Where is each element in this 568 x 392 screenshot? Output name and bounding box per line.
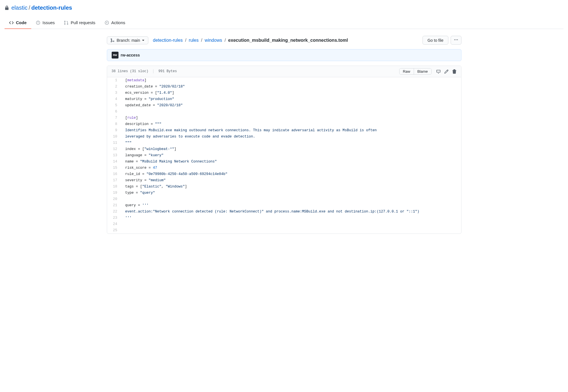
line-number[interactable]: 6 [107,109,121,115]
code-line: 10leveraged by adversaries to execute co… [107,134,461,140]
line-number[interactable]: 25 [107,227,121,233]
line-number[interactable]: 3 [107,90,121,96]
line-content: leveraged by adversaries to execute code… [121,134,461,140]
issue-icon [36,20,40,25]
line-number[interactable]: 2 [107,84,121,90]
code-line: 7[rule] [107,115,461,121]
line-number[interactable]: 17 [107,177,121,184]
line-content: ''' [121,215,461,221]
line-content: name = "MsBuild Making Network Connectio… [121,159,461,165]
line-number[interactable]: 13 [107,152,121,159]
line-content: index = ["winlogbeat-*"] [121,146,461,152]
line-content: maturity = "production" [121,96,461,102]
breadcrumb: detection-rules / rules / windows / exec… [153,38,348,43]
line-number[interactable]: 5 [107,102,121,109]
code-line: 24 [107,221,461,227]
code-line: 6 [107,109,461,115]
breadcrumb-2[interactable]: windows [205,38,222,43]
line-number[interactable]: 24 [107,221,121,227]
repo-name-link[interactable]: detection-rules [31,5,72,11]
tab-code[interactable]: Code [5,18,31,29]
lock-icon [5,6,9,10]
raw-blame-group: Raw Blame [399,68,432,75]
line-number[interactable]: 15 [107,165,121,171]
code-line: 21query = ''' [107,202,461,208]
blame-button[interactable]: Blame [414,68,431,74]
line-number[interactable]: 4 [107,96,121,102]
line-number[interactable]: 11 [107,140,121,146]
branch-select-button[interactable]: Branch: main [107,36,149,44]
tab-actions[interactable]: Actions [100,18,130,29]
repo-owner-link[interactable]: elastic [11,5,28,11]
line-content: query = ''' [121,202,461,208]
raw-button[interactable]: Raw [400,68,414,74]
file-box: 38 lines (31 sloc) 991 Bytes Raw Blame 1… [107,66,461,234]
line-number[interactable]: 1 [107,77,121,84]
git-pull-icon [64,20,68,25]
latest-commit-box: RW rw-access [107,49,461,61]
file-info: 38 lines (31 sloc) 991 Bytes [112,69,177,73]
line-number[interactable]: 7 [107,115,121,121]
repo-title: elastic / detection-rules [5,5,563,11]
code-line: 3ecs_version = ["1.4.0"] [107,90,461,96]
line-content: [metadata] [121,77,461,84]
caret-down-icon [142,39,145,42]
branch-label: Branch: main [117,38,140,43]
line-number[interactable]: 14 [107,159,121,165]
tab-pulls[interactable]: Pull requests [59,18,100,29]
line-content: Identifies MsBuild.exe making outbound n… [121,127,461,134]
desktop-icon[interactable] [436,69,441,74]
line-number[interactable]: 10 [107,134,121,140]
repo-sep: / [29,5,30,11]
tab-actions-label: Actions [111,20,125,25]
trash-icon[interactable] [452,69,457,74]
line-content: updated_date = "2020/02/18" [121,102,461,109]
line-content [121,221,461,227]
line-content [121,227,461,233]
line-content: rule_id = "0e79980b-4250-4a50-a509-69294… [121,171,461,177]
svg-point-0 [454,39,455,40]
goto-file-button[interactable]: Go to file [423,36,448,45]
line-content [121,196,461,202]
code-line: 23''' [107,215,461,221]
code-line: 15risk_score = 47 [107,165,461,171]
line-content: language = "kuery" [121,152,461,159]
line-content: """ [121,140,461,146]
file-lines: 38 lines (31 sloc) [112,70,149,74]
breadcrumb-1[interactable]: rules [189,38,199,43]
svg-point-1 [455,39,456,40]
line-number[interactable]: 20 [107,196,121,202]
code-line: 25 [107,227,461,233]
avatar[interactable]: RW [112,52,118,59]
line-number[interactable]: 23 [107,215,121,221]
tab-code-label: Code [16,20,27,25]
code-line: 14name = "MsBuild Making Network Connect… [107,159,461,165]
code-line: 22event.action:"Network connection detec… [107,208,461,215]
line-content: ecs_version = ["1.4.0"] [121,90,461,96]
line-number[interactable]: 9 [107,127,121,134]
line-number[interactable]: 8 [107,121,121,127]
code-line: 8description = """ [107,121,461,127]
code-line: 17severity = "medium" [107,177,461,184]
more-options-button[interactable] [451,36,461,45]
line-number[interactable]: 12 [107,146,121,152]
line-content: severity = "medium" [121,177,461,184]
tab-issues[interactable]: Issues [31,18,59,29]
line-content: tags = ["Elastic", "Windows"] [121,184,461,190]
play-icon [105,20,109,25]
breadcrumb-0[interactable]: detection-rules [153,38,183,43]
line-content: creation_date = "2020/02/18" [121,84,461,90]
tab-issues-label: Issues [43,20,55,25]
line-content: risk_score = 47 [121,165,461,171]
line-number[interactable]: 18 [107,184,121,190]
line-number[interactable]: 22 [107,208,121,215]
line-number[interactable]: 16 [107,171,121,177]
code-icon [9,20,14,25]
line-number[interactable]: 19 [107,190,121,196]
code-table: 1[metadata]2creation_date = "2020/02/18"… [107,77,461,233]
commit-author[interactable]: rw-access [121,53,140,57]
file-size: 991 Bytes [159,70,177,74]
line-number[interactable]: 21 [107,202,121,208]
code-line: 11""" [107,140,461,146]
pencil-icon[interactable] [444,69,449,74]
